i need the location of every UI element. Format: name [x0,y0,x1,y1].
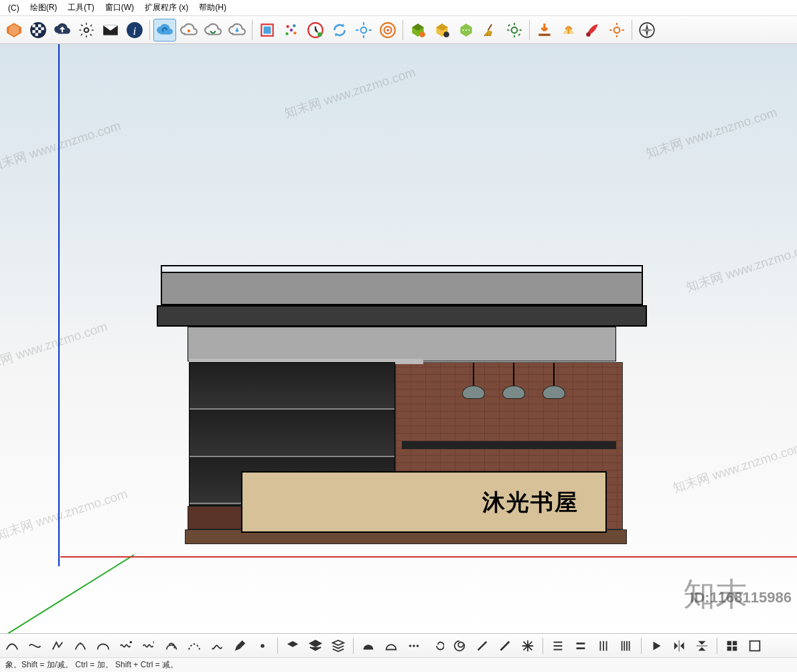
toolbar-separator [149,20,150,40]
loop-tool-icon[interactable] [162,637,181,655]
box-yellow-icon[interactable] [431,19,453,41]
toolbar-separator [529,20,530,40]
menu-help[interactable]: 帮助(H) [194,1,232,15]
arc-tool-1-icon[interactable] [48,637,67,655]
status-text: 象。Shift = 加/减。 Ctrl = 加。 Shift + Ctrl = … [5,659,178,671]
burst-tool-icon[interactable] [518,637,537,655]
triangle-b-icon[interactable] [382,637,401,655]
triangle-a-icon[interactable] [359,637,378,655]
pendant-light-2 [502,363,525,403]
swirl2-tool-icon[interactable] [450,637,469,655]
cloud-refresh-icon[interactable] [202,19,224,41]
cloud-download-icon[interactable] [226,19,248,41]
sync-icon[interactable] [328,19,351,41]
menu-window[interactable]: 窗口(W) [100,1,139,15]
watermark: 知末网 www.znzmo.com [644,104,780,163]
bars-icon[interactable] [617,637,636,655]
arc-tool-2-icon[interactable] [71,637,90,655]
menu-camera[interactable]: (C) [3,2,25,14]
squiggle-tool-icon[interactable] [117,637,135,655]
parallel-2-icon[interactable] [571,637,590,655]
upload-orange-icon[interactable] [557,19,580,41]
checker-icon[interactable] [27,19,50,41]
gear2-icon[interactable] [352,19,375,41]
svg-rect-45 [616,23,618,25]
svg-point-50 [80,642,82,644]
grid-tool-icon[interactable] [723,637,741,655]
point-tool-icon[interactable] [253,637,272,655]
envelope-icon[interactable] [99,19,122,41]
dash-tool-icon[interactable] [185,637,204,655]
curve-tool-2-icon[interactable] [25,637,44,655]
menu-extensions[interactable]: 扩展程序 (x) [139,1,194,15]
gear4-icon[interactable] [605,19,628,41]
gear3-icon[interactable] [503,19,526,41]
svg-rect-14 [264,26,271,33]
box-green-icon[interactable] [407,19,429,41]
layer-2-icon[interactable] [306,637,325,655]
mirror-h-icon[interactable] [670,637,689,655]
upper-concrete-band [188,327,616,361]
menu-bar: (C) 绘图(R) 工具(T) 窗口(W) 扩展程序 (x) 帮助(H) [0,0,797,16]
3d-viewport[interactable]: 沐光书屋 知末网 www.znzmo.com 知末网 www.znzmo.com… [0,44,797,633]
building-model[interactable]: 沐光书屋 [154,265,650,560]
curve-tool-1-icon[interactable] [3,637,21,655]
freehand-tool-icon[interactable] [208,637,226,655]
sketchup-logo-icon[interactable] [3,19,25,41]
watermark: 知末网 www.znzmo.com [670,438,797,497]
play-icon[interactable] [647,637,666,655]
download-orange-icon[interactable] [533,19,556,41]
svg-point-33 [465,29,467,30]
svg-point-34 [468,29,469,30]
arc-tool-3-icon[interactable] [94,637,113,655]
toolbar-separator [252,20,252,40]
slash-tool-icon[interactable] [496,637,514,655]
zigzag-tool-icon[interactable] [139,637,158,655]
svg-point-8 [84,27,89,32]
svg-rect-58 [727,646,731,650]
svg-rect-39 [520,29,522,30]
top-toolbar: i [0,16,797,44]
svg-rect-41 [518,33,520,35]
cloud-sync-icon[interactable] [153,19,176,41]
compass-icon[interactable] [636,19,658,41]
svg-point-21 [317,32,322,37]
pen-tool-icon[interactable] [230,637,249,655]
target-icon[interactable] [376,19,399,41]
watermark: 知末网 www.znzmo.com [684,238,797,297]
toolbar-separator [632,20,632,40]
svg-rect-38 [507,29,509,30]
layer-1-icon[interactable] [283,637,302,655]
box-dots-icon[interactable] [455,19,478,41]
layer-3-icon[interactable] [329,637,348,655]
svg-point-19 [290,28,293,31]
parallel-3-icon[interactable] [594,637,613,655]
mirror-v-icon[interactable] [693,637,711,655]
paint-icon[interactable] [581,19,604,41]
clock-icon[interactable] [304,19,327,41]
stroke-tool-icon[interactable] [473,637,492,655]
svg-rect-5 [32,30,35,33]
cloud-link-icon[interactable] [177,19,200,41]
dots-tool-icon[interactable] [405,637,423,655]
parallel-1-icon[interactable] [549,637,567,655]
menu-draw[interactable]: 绘图(R) [25,1,63,15]
svg-point-29 [386,29,388,31]
cloud-upload-icon[interactable] [51,19,74,41]
svg-point-32 [463,29,464,30]
crop-icon[interactable] [256,19,279,41]
svg-point-16 [293,24,295,27]
box-tool-icon[interactable] [745,637,764,655]
svg-point-43 [586,32,591,37]
svg-rect-25 [356,29,358,30]
settings-gear-icon[interactable] [75,19,98,41]
menu-tools[interactable]: 工具(T) [62,1,99,15]
scatter-icon[interactable] [280,19,303,41]
svg-rect-48 [622,29,624,30]
watermark: 知末网 www.znzmo.com [0,485,130,544]
info-icon[interactable]: i [123,19,146,41]
broom-icon[interactable] [479,19,502,41]
swirl-tool-icon[interactable] [427,637,446,655]
toolbar-separator [542,638,543,654]
svg-point-35 [512,27,518,33]
